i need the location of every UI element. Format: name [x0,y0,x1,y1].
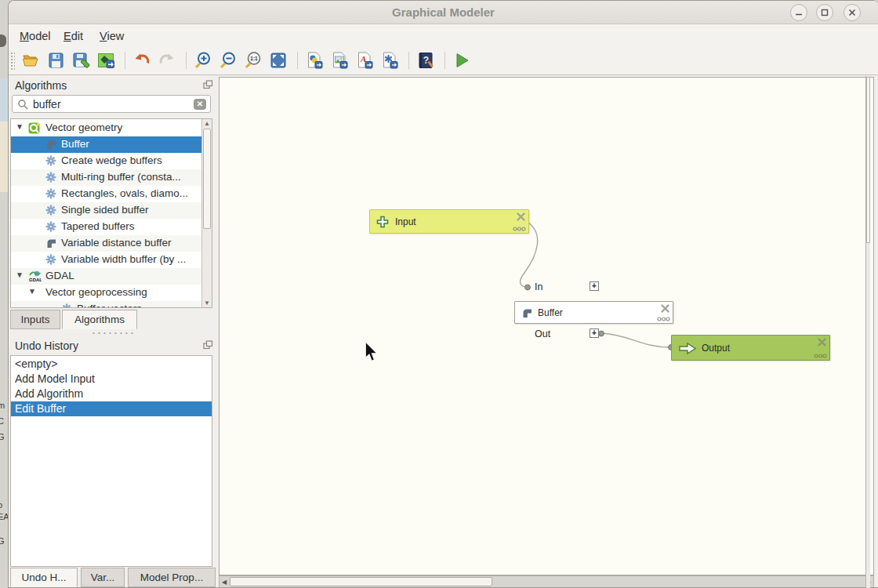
undo-history-item[interactable]: Edit Buffer [11,401,212,416]
redo-icon [158,51,176,70]
model-node-output[interactable]: Output [671,335,830,361]
maximize-button[interactable] [816,4,833,21]
expand-links-icon[interactable] [513,227,526,231]
vscroll-thumb[interactable] [866,77,870,243]
toolbar-separator [408,52,409,69]
zoom-in-button[interactable] [192,49,214,71]
tree-item-single-sided-buffer[interactable]: Single sided buffer [11,202,202,219]
background-icon-fragment [0,34,6,47]
dock-tab-algorithms[interactable]: Algorithms [62,310,137,329]
tree-item-label: GDAL [45,270,74,281]
background-text-fragment: m [0,401,5,410]
model-node-input[interactable]: Input [369,209,529,234]
model-node-buffer[interactable]: Buffer [514,301,673,324]
menu-view[interactable]: View [96,28,127,44]
expand-links-icon[interactable] [657,317,670,321]
titlebar[interactable]: Graphical Modeler [9,1,878,24]
undo-history-item[interactable]: Add Algorithm [11,387,212,401]
tree-item-label: Buffer vectors [77,303,142,308]
tree-item-variable-width-buffer-by[interactable]: Variable width buffer (by ... [11,252,202,268]
tree-item-multi-ring-buffer-consta[interactable]: Multi-ring buffer (consta... [11,169,202,186]
export-image-button[interactable] [328,49,350,71]
maximize-icon [821,9,829,16]
menu-model[interactable]: Model [16,28,54,44]
svg-text:1:1: 1:1 [250,56,258,61]
undo-button[interactable] [131,49,153,71]
buffer-icon [521,307,532,318]
svg-text:GDAL: GDAL [29,278,42,282]
menu-edit[interactable]: Edit [60,28,86,44]
background-text-fragment: G [0,536,5,546]
minimize-icon [795,9,803,16]
algorithm-search-input[interactable]: buffer ✕ [12,95,211,113]
delete-node-icon[interactable] [817,337,827,347]
toolbar-separator [125,52,125,69]
buffer-in-expand[interactable]: + [590,281,599,291]
buffer-alg-icon [45,139,58,151]
minimize-button[interactable] [790,4,807,21]
scroll-left-icon[interactable]: ◀ [222,579,227,586]
canvas-hscrollbar[interactable]: ◀ ▶ [219,575,874,588]
delete-node-icon[interactable] [660,303,670,314]
export-svg-button[interactable] [379,49,401,71]
search-value: buffer [33,98,61,111]
hscroll-thumb[interactable] [230,577,492,586]
bottom-tab-model-prop[interactable]: Model Prop... [128,568,216,587]
tree-item-gdal[interactable]: ▼GDALGDAL [11,268,202,285]
delete-node-icon[interactable] [516,212,526,222]
tree-item-buffer-vectors[interactable]: Buffer vectors [11,301,202,308]
scroll-up-icon[interactable]: ▲ [202,120,212,127]
background-map-fragment [0,122,8,192]
save-model-as-button[interactable] [70,49,92,71]
model-canvas[interactable] [219,77,874,575]
tree-item-create-wedge-buffers[interactable]: Create wedge buffers [11,153,202,169]
buffer-out-expand[interactable]: + [590,328,599,338]
gear-icon [61,303,74,308]
export-pdf-button[interactable]: A [354,49,376,71]
undo-history-item[interactable]: Add Model Input [11,372,212,387]
bottom-tab-var[interactable]: Var... [81,568,125,587]
background-app-strip: mCGoEAG [0,0,8,588]
zoom-full-button[interactable] [267,49,289,71]
tree-item-label: Rectangles, ovals, diamo... [61,187,188,199]
tree-item-buffer[interactable]: Buffer [11,136,202,153]
save-model-button[interactable] [45,49,67,71]
search-icon [17,99,28,110]
zoom-actual-button[interactable]: 1:1 [242,49,264,71]
undo-history-list: <empty>Add Model InputAdd AlgorithmEdit … [10,355,212,567]
expand-arrow-icon[interactable]: ▼ [16,270,24,279]
expand-arrow-icon[interactable]: ▼ [28,287,36,296]
input-node-label: Input [395,216,416,227]
tree-item-label: Tapered buffers [61,220,135,232]
expand-links-icon[interactable] [814,354,827,358]
scroll-down-icon[interactable]: ▼ [202,299,212,307]
float-panel-icon[interactable] [203,340,213,350]
plus-icon [376,216,389,228]
run-model-button[interactable] [451,49,473,71]
help-button[interactable]: ? [415,49,437,71]
redo-button[interactable] [156,49,178,71]
export-pdf-icon: A [355,51,374,70]
qgis-icon [28,122,41,135]
svg-text:?: ? [423,55,429,66]
toolbar-grip[interactable] [10,52,15,71]
float-panel-icon[interactable] [203,80,213,89]
tree-item-vector-geometry[interactable]: ▼Vector geometry [11,120,202,136]
panel-splitter[interactable] [91,332,135,335]
tree-item-vector-geoprocessing[interactable]: ▼Vector geoprocessing [11,285,202,301]
tree-scrollbar[interactable]: ▲ ▼ [201,119,212,307]
tree-item-variable-distance-buffer[interactable]: Variable distance buffer [11,235,202,252]
tree-item-tapered-buffers[interactable]: Tapered buffers [11,219,202,235]
save-model-in-project-button[interactable] [95,49,117,71]
close-button[interactable] [844,4,861,21]
expand-arrow-icon[interactable]: ▼ [16,122,24,131]
dock-tab-inputs[interactable]: Inputs [10,310,60,329]
zoom-out-button[interactable] [217,49,239,71]
tree-item-rectangles-ovals-diamo[interactable]: Rectangles, ovals, diamo... [11,186,202,202]
open-model-button[interactable] [20,49,42,71]
clear-search-icon[interactable]: ✕ [194,99,206,110]
undo-history-item[interactable]: <empty> [11,357,212,372]
export-python-button[interactable] [303,49,325,71]
buffer-alg-icon [45,238,58,250]
bottom-tab-undo-h[interactable]: Undo H... [10,568,78,587]
